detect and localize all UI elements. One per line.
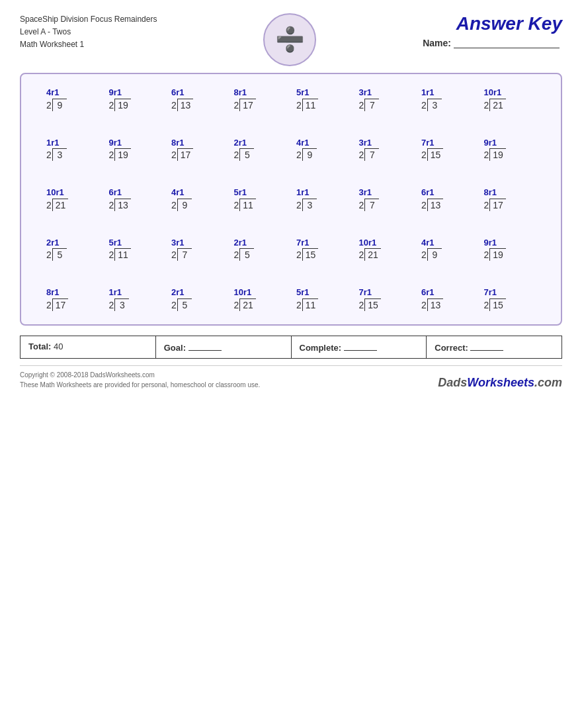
problem-39: 6r1213 bbox=[416, 287, 479, 311]
answer-24: 8r1 bbox=[484, 187, 497, 198]
dividend-28: 5 bbox=[239, 248, 254, 261]
answer-1: 4r1 bbox=[46, 87, 60, 98]
answer-27: 3r1 bbox=[171, 238, 185, 248]
copyright: Copyright © 2008-2018 DadsWorksheets.com… bbox=[20, 365, 562, 390]
answer-6: 3r1 bbox=[359, 87, 372, 98]
name-line: Name: bbox=[423, 38, 562, 48]
problem-24: 8r1217 bbox=[479, 187, 542, 211]
problem-35: 2r125 bbox=[166, 287, 229, 311]
answer-31: 4r1 bbox=[421, 238, 435, 248]
answer-20: 5r1 bbox=[234, 187, 247, 198]
problem-27: 3r127 bbox=[166, 238, 229, 261]
dividend-7: 3 bbox=[427, 99, 442, 111]
divisor-18: 2 bbox=[109, 200, 114, 211]
divisor-34: 2 bbox=[109, 300, 114, 311]
answer-9: 1r1 bbox=[46, 138, 60, 148]
problem-19: 4r129 bbox=[166, 187, 229, 211]
answer-34: 1r1 bbox=[109, 287, 122, 298]
problem-17: 10r1221 bbox=[41, 187, 104, 211]
logo-circle: ➗ bbox=[263, 13, 316, 66]
dividend-8: 21 bbox=[489, 99, 506, 111]
dividend-27: 7 bbox=[177, 248, 192, 261]
problem-12: 2r125 bbox=[229, 138, 292, 161]
dividend-24: 17 bbox=[489, 199, 506, 211]
problem-26: 5r1211 bbox=[104, 238, 167, 261]
division-icon: ➗ bbox=[275, 26, 305, 54]
dividend-15: 15 bbox=[427, 148, 444, 161]
complete-line bbox=[344, 341, 377, 351]
dividend-25: 5 bbox=[52, 248, 67, 261]
dividend-11: 17 bbox=[177, 148, 194, 161]
problem-6: 3r127 bbox=[354, 87, 417, 111]
answer-21: 1r1 bbox=[296, 187, 310, 198]
dividend-32: 19 bbox=[489, 248, 506, 261]
dividend-22: 7 bbox=[364, 199, 379, 211]
divisor-3: 2 bbox=[171, 100, 177, 111]
dividend-12: 5 bbox=[239, 148, 254, 161]
dividend-33: 17 bbox=[52, 298, 69, 311]
problem-10: 9r1219 bbox=[104, 138, 167, 161]
divisor-37: 2 bbox=[296, 300, 302, 311]
problem-38: 7r1215 bbox=[354, 287, 417, 311]
answer-19: 4r1 bbox=[171, 187, 185, 198]
answer-30: 10r1 bbox=[359, 238, 377, 248]
divisor-15: 2 bbox=[421, 150, 427, 161]
problem-16: 9r1219 bbox=[479, 138, 542, 161]
divisor-19: 2 bbox=[171, 200, 177, 211]
header-left: SpaceShip Division Focus Remainders Leve… bbox=[20, 13, 157, 52]
problem-32: 9r1219 bbox=[479, 238, 542, 261]
answer-10: 9r1 bbox=[109, 138, 122, 148]
divisor-39: 2 bbox=[421, 300, 427, 311]
correct-cell: Correct: bbox=[427, 336, 561, 358]
answer-36: 10r1 bbox=[234, 287, 252, 298]
divisor-22: 2 bbox=[359, 200, 364, 211]
divisor-36: 2 bbox=[234, 300, 239, 311]
problem-4: 8r1217 bbox=[229, 87, 292, 111]
divisor-4: 2 bbox=[234, 100, 239, 111]
dividend-31: 9 bbox=[427, 248, 442, 261]
correct-line bbox=[470, 341, 503, 351]
goal-line bbox=[188, 341, 222, 351]
answer-17: 10r1 bbox=[46, 187, 64, 198]
dividend-16: 19 bbox=[489, 148, 506, 161]
total-cell: Total: 40 bbox=[21, 336, 156, 358]
dividend-18: 13 bbox=[114, 199, 131, 211]
logo-area: ➗ bbox=[263, 13, 316, 66]
dividend-14: 7 bbox=[364, 148, 379, 161]
dividend-5: 11 bbox=[302, 99, 319, 111]
name-label: Name: bbox=[423, 38, 451, 48]
divisor-9: 2 bbox=[46, 150, 52, 161]
complete-cell: Complete: bbox=[292, 336, 427, 358]
copyright-left: Copyright © 2008-2018 DadsWorksheets.com… bbox=[20, 370, 260, 390]
divisor-14: 2 bbox=[359, 150, 364, 161]
dividend-3: 13 bbox=[177, 99, 194, 111]
divisor-2: 2 bbox=[109, 100, 114, 111]
com-text: .com bbox=[534, 376, 562, 389]
problem-31: 4r129 bbox=[416, 238, 479, 261]
problem-13: 4r129 bbox=[291, 138, 354, 161]
dividend-35: 5 bbox=[177, 298, 192, 311]
correct-label: Correct: bbox=[435, 343, 468, 353]
answer-38: 7r1 bbox=[359, 287, 372, 298]
problem-7: 1r123 bbox=[416, 87, 479, 111]
copyright-line1: Copyright © 2008-2018 DadsWorksheets.com bbox=[20, 370, 260, 380]
problem-11: 8r1217 bbox=[166, 138, 229, 161]
answer-3: 6r1 bbox=[171, 87, 185, 98]
problems-grid: 4r1299r12196r12138r12175r12113r1271r1231… bbox=[41, 87, 541, 311]
dividend-39: 13 bbox=[427, 298, 444, 311]
divisor-38: 2 bbox=[359, 300, 364, 311]
dividend-20: 11 bbox=[239, 199, 256, 211]
problem-3: 6r1213 bbox=[166, 87, 229, 111]
answer-key-title: Answer Key bbox=[456, 13, 562, 34]
dividend-6: 7 bbox=[364, 99, 379, 111]
answer-22: 3r1 bbox=[359, 187, 372, 198]
answer-37: 5r1 bbox=[296, 287, 310, 298]
page: SpaceShip Division Focus Remainders Leve… bbox=[0, 0, 582, 728]
problem-1: 4r129 bbox=[41, 87, 104, 111]
answer-28: 2r1 bbox=[234, 238, 247, 248]
answer-4: 8r1 bbox=[234, 87, 247, 98]
divisor-12: 2 bbox=[234, 150, 239, 161]
problem-25: 2r125 bbox=[41, 238, 104, 261]
dividend-19: 9 bbox=[177, 199, 192, 211]
divisor-13: 2 bbox=[296, 150, 302, 161]
